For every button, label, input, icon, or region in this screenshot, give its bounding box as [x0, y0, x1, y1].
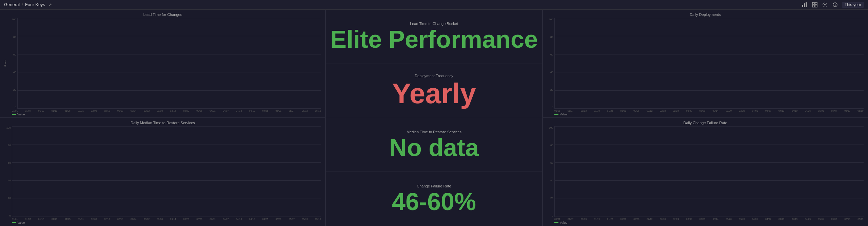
change-failure-rate-panel: Change Failure Rate 46-60%: [326, 172, 542, 226]
x-axis: 01/01 01/07 01/13 01/19 01/25 01/31 02/0…: [4, 110, 321, 112]
y-axis-restore: 100 80 60 40 20 0: [4, 126, 12, 217]
lead-time-changes-panel: Lead Time for Changes Hours 100 80 60 40…: [0, 9, 326, 118]
daily-change-failure-panel: Daily Change Failure Rate 100 80 60 40 2…: [542, 118, 868, 226]
legend-restore: Value: [4, 221, 321, 224]
bar-chart-icon[interactable]: [801, 1, 808, 8]
lead-time-changes-content: Hours 100 80 60 40 20 0: [4, 18, 321, 116]
daily-change-failure-content: 100 80 60 40 20 0: [547, 126, 864, 224]
svg-point-7: [824, 4, 826, 5]
no-data-text: No data: [389, 135, 479, 160]
daily-median-restore-title: Daily Median Time to Restore Services: [4, 121, 321, 125]
grid-lines-failure: [555, 126, 864, 217]
median-restore-bucket-panel: Median Time to Restore Services No data: [326, 118, 542, 172]
change-failure-rate-title: Change Failure Rate: [417, 184, 451, 188]
legend-line: [12, 114, 16, 115]
clock-icon[interactable]: [832, 1, 839, 8]
share-icon[interactable]: ⤢: [48, 2, 52, 7]
chart-area-failure: 100 80 60 40 20 0: [547, 126, 864, 217]
legend-line-failure: [554, 222, 558, 223]
svg-rect-3: [812, 2, 814, 4]
chart-area: Hours 100 80 60 40 20 0: [4, 18, 321, 109]
daily-deployments-panel: Daily Deployments 100 80 60 40 20 0: [542, 9, 868, 118]
deployment-frequency-panel: Deployment Frequency Yearly: [326, 64, 542, 118]
chart-grid: [17, 18, 321, 109]
chart-grid-failure: [554, 126, 864, 217]
x-axis-failure: 01/01 01/07 01/13 01/19 01/25 01/31 02/0…: [547, 218, 864, 220]
chart-area-deployments: 100 80 60 40 20 0: [547, 18, 864, 109]
legend-deployments: Value: [547, 113, 864, 116]
chart-grid-deployments: [554, 18, 864, 109]
top-bar: General / Four Keys ⤢ This year: [0, 0, 868, 9]
median-restore-bucket-title: Median Time to Restore Services: [407, 130, 461, 134]
daily-deployments-title: Daily Deployments: [547, 13, 864, 17]
legend-label: Value: [17, 113, 25, 116]
svg-rect-6: [815, 5, 817, 7]
yearly-text: Yearly: [392, 79, 476, 108]
legend-label-deployments: Value: [560, 113, 567, 116]
y-axis-label: Hours: [4, 60, 7, 67]
svg-rect-2: [806, 2, 807, 7]
legend-label-restore: Value: [17, 221, 25, 224]
top-bar-actions: This year: [801, 1, 864, 8]
legend-failure: Value: [547, 221, 864, 224]
svg-rect-4: [815, 2, 817, 4]
y-axis: 100 80 60 40 20 0: [11, 18, 17, 109]
x-axis-deployments: 01/01 01/07 01/13 01/19 01/25 01/31 02/0…: [547, 110, 864, 112]
center-column: Lead Time to Change Bucket Elite Perform…: [326, 9, 542, 226]
legend: Value: [4, 113, 321, 116]
svg-rect-5: [812, 5, 814, 7]
chart-grid-restore: [12, 126, 321, 217]
legend-line-restore: [12, 222, 16, 223]
breadcrumb-separator: /: [22, 2, 23, 7]
settings-icon[interactable]: [822, 1, 828, 8]
lead-time-bucket-panel: Lead Time to Change Bucket Elite Perform…: [326, 10, 542, 64]
grid-lines-deployments: [555, 18, 864, 109]
x-axis-restore: 01/01 01/07 01/13 01/19 01/25 01/31 02/0…: [4, 218, 321, 220]
svg-rect-0: [802, 5, 803, 7]
legend-label-failure: Value: [560, 221, 567, 224]
grid-lines-restore: [12, 126, 321, 217]
failure-rate-text: 46-60%: [392, 189, 476, 214]
svg-rect-1: [804, 3, 805, 7]
elite-performance-text: Elite Performance: [330, 27, 538, 51]
time-range-label[interactable]: This year: [842, 2, 864, 8]
y-axis-deployments: 100 80 60 40 20 0: [547, 18, 554, 109]
lead-time-changes-title: Lead Time for Changes: [4, 13, 321, 17]
breadcrumb-general[interactable]: General: [4, 2, 20, 7]
legend-line-deployments: [554, 114, 558, 115]
breadcrumb-fourkeys[interactable]: Four Keys: [25, 2, 45, 7]
add-panel-icon[interactable]: [811, 1, 818, 8]
daily-median-restore-panel: Daily Median Time to Restore Services 10…: [0, 118, 326, 226]
grid-lines: [18, 18, 321, 109]
breadcrumb: General / Four Keys ⤢: [4, 2, 52, 7]
daily-change-failure-title: Daily Change Failure Rate: [547, 121, 864, 125]
lead-time-bucket-title: Lead Time to Change Bucket: [410, 22, 458, 26]
daily-median-restore-content: 100 80 60 40 20 0: [4, 126, 321, 224]
chart-area-restore: 100 80 60 40 20 0: [4, 126, 321, 217]
dashboard: Lead Time for Changes Hours 100 80 60 40…: [0, 9, 868, 226]
daily-deployments-content: 100 80 60 40 20 0: [547, 18, 864, 116]
y-axis-failure: 100 80 60 40 20 0: [547, 126, 554, 217]
